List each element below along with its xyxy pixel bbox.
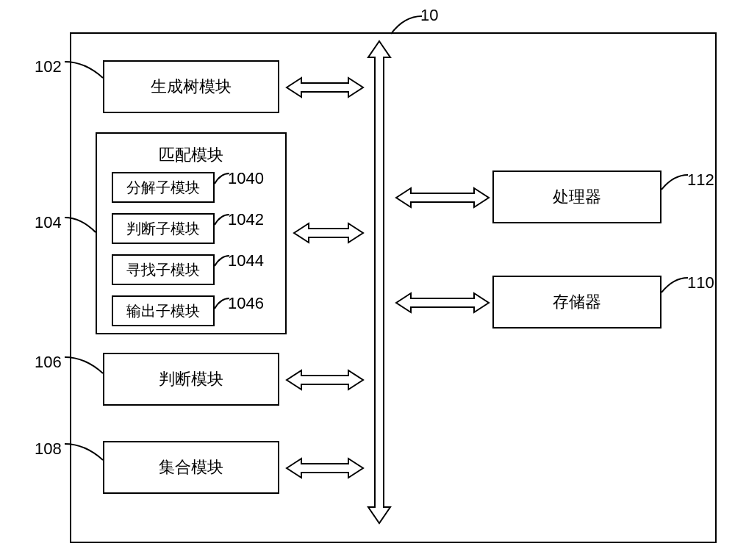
ref-104: 104 [35, 213, 62, 232]
leader-112 [660, 173, 691, 193]
leader-1046 [213, 297, 231, 312]
processor-module: 处理器 [492, 170, 662, 223]
leader-1040 [213, 172, 231, 187]
svg-marker-0 [368, 41, 390, 523]
matching-module-label: 匹配模块 [97, 144, 285, 166]
leader-108 [63, 442, 106, 463]
leader-1044 [213, 254, 231, 269]
decompose-sub-module: 分解子模块 [112, 172, 215, 203]
ref-1044: 1044 [228, 251, 264, 270]
decompose-sub-label: 分解子模块 [126, 178, 200, 198]
judge-sub-module: 判断子模块 [112, 213, 215, 244]
collection-module-label: 集合模块 [159, 456, 223, 478]
spanning-tree-label: 生成树模块 [151, 76, 232, 98]
bus-arrow-icon [366, 40, 392, 528]
ref-110: 110 [687, 273, 714, 292]
judge-sub-label: 判断子模块 [126, 219, 200, 239]
leader-110 [660, 276, 691, 295]
ref-106: 106 [35, 353, 62, 372]
judgment-module: 判断模块 [103, 353, 279, 406]
memory-label: 存储器 [553, 291, 601, 313]
output-sub-module: 输出子模块 [112, 295, 215, 326]
leader-104 [63, 216, 98, 237]
ref-1046: 1046 [228, 294, 264, 313]
search-sub-module: 寻找子模块 [112, 254, 215, 285]
memory-module: 存储器 [492, 276, 662, 329]
judgment-module-label: 判断模块 [159, 368, 223, 390]
output-sub-label: 输出子模块 [126, 301, 200, 321]
processor-label: 处理器 [553, 186, 601, 208]
ref-1040: 1040 [228, 169, 264, 188]
ref-1042: 1042 [228, 210, 264, 229]
search-sub-label: 寻找子模块 [126, 260, 200, 280]
ref-108: 108 [35, 439, 62, 459]
ref-102: 102 [35, 57, 62, 76]
leader-102 [63, 60, 106, 81]
ref-112: 112 [687, 170, 714, 190]
collection-module: 集合模块 [103, 441, 279, 494]
leader-10 [390, 15, 426, 37]
leader-1042 [213, 213, 231, 228]
spanning-tree-module: 生成树模块 [103, 60, 279, 113]
leader-106 [63, 356, 106, 376]
